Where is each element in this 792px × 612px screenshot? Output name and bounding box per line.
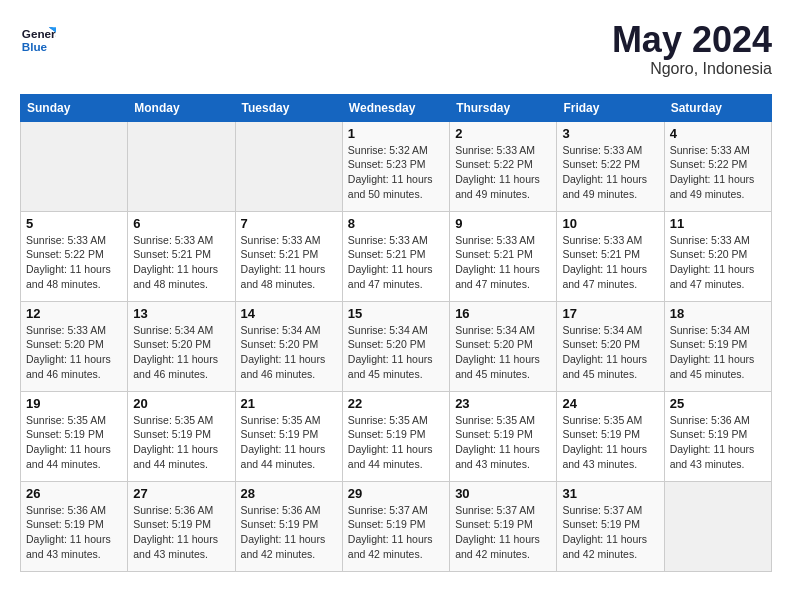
column-header-tuesday: Tuesday xyxy=(235,94,342,121)
day-info: Sunrise: 5:33 AM Sunset: 5:22 PM Dayligh… xyxy=(670,143,766,202)
calendar-cell: 30Sunrise: 5:37 AM Sunset: 5:19 PM Dayli… xyxy=(450,481,557,571)
svg-text:General: General xyxy=(22,27,56,40)
day-info: Sunrise: 5:33 AM Sunset: 5:20 PM Dayligh… xyxy=(26,323,122,382)
calendar-cell: 4Sunrise: 5:33 AM Sunset: 5:22 PM Daylig… xyxy=(664,121,771,211)
day-number: 4 xyxy=(670,126,766,141)
day-info: Sunrise: 5:34 AM Sunset: 5:20 PM Dayligh… xyxy=(455,323,551,382)
day-info: Sunrise: 5:34 AM Sunset: 5:19 PM Dayligh… xyxy=(670,323,766,382)
day-number: 15 xyxy=(348,306,444,321)
calendar-cell: 29Sunrise: 5:37 AM Sunset: 5:19 PM Dayli… xyxy=(342,481,449,571)
calendar-cell: 11Sunrise: 5:33 AM Sunset: 5:20 PM Dayli… xyxy=(664,211,771,301)
calendar-cell xyxy=(128,121,235,211)
day-number: 23 xyxy=(455,396,551,411)
calendar-table: SundayMondayTuesdayWednesdayThursdayFrid… xyxy=(20,94,772,572)
day-info: Sunrise: 5:36 AM Sunset: 5:19 PM Dayligh… xyxy=(133,503,229,562)
column-header-friday: Friday xyxy=(557,94,664,121)
day-number: 13 xyxy=(133,306,229,321)
calendar-week-row: 19Sunrise: 5:35 AM Sunset: 5:19 PM Dayli… xyxy=(21,391,772,481)
day-number: 29 xyxy=(348,486,444,501)
day-number: 16 xyxy=(455,306,551,321)
day-info: Sunrise: 5:37 AM Sunset: 5:19 PM Dayligh… xyxy=(455,503,551,562)
calendar-week-row: 12Sunrise: 5:33 AM Sunset: 5:20 PM Dayli… xyxy=(21,301,772,391)
calendar-header-row: SundayMondayTuesdayWednesdayThursdayFrid… xyxy=(21,94,772,121)
calendar-cell: 16Sunrise: 5:34 AM Sunset: 5:20 PM Dayli… xyxy=(450,301,557,391)
day-info: Sunrise: 5:35 AM Sunset: 5:19 PM Dayligh… xyxy=(241,413,337,472)
day-info: Sunrise: 5:35 AM Sunset: 5:19 PM Dayligh… xyxy=(26,413,122,472)
day-number: 22 xyxy=(348,396,444,411)
day-number: 9 xyxy=(455,216,551,231)
calendar-cell: 2Sunrise: 5:33 AM Sunset: 5:22 PM Daylig… xyxy=(450,121,557,211)
calendar-cell: 12Sunrise: 5:33 AM Sunset: 5:20 PM Dayli… xyxy=(21,301,128,391)
day-number: 31 xyxy=(562,486,658,501)
day-info: Sunrise: 5:33 AM Sunset: 5:21 PM Dayligh… xyxy=(241,233,337,292)
day-info: Sunrise: 5:37 AM Sunset: 5:19 PM Dayligh… xyxy=(562,503,658,562)
day-number: 24 xyxy=(562,396,658,411)
day-number: 27 xyxy=(133,486,229,501)
day-info: Sunrise: 5:36 AM Sunset: 5:19 PM Dayligh… xyxy=(241,503,337,562)
logo: General Blue xyxy=(20,20,56,56)
day-number: 28 xyxy=(241,486,337,501)
day-info: Sunrise: 5:33 AM Sunset: 5:22 PM Dayligh… xyxy=(26,233,122,292)
calendar-cell: 8Sunrise: 5:33 AM Sunset: 5:21 PM Daylig… xyxy=(342,211,449,301)
day-info: Sunrise: 5:36 AM Sunset: 5:19 PM Dayligh… xyxy=(26,503,122,562)
day-info: Sunrise: 5:35 AM Sunset: 5:19 PM Dayligh… xyxy=(348,413,444,472)
day-info: Sunrise: 5:34 AM Sunset: 5:20 PM Dayligh… xyxy=(562,323,658,382)
calendar-cell: 10Sunrise: 5:33 AM Sunset: 5:21 PM Dayli… xyxy=(557,211,664,301)
day-number: 14 xyxy=(241,306,337,321)
column-header-monday: Monday xyxy=(128,94,235,121)
calendar-cell: 7Sunrise: 5:33 AM Sunset: 5:21 PM Daylig… xyxy=(235,211,342,301)
day-number: 11 xyxy=(670,216,766,231)
day-info: Sunrise: 5:33 AM Sunset: 5:21 PM Dayligh… xyxy=(348,233,444,292)
calendar-cell: 15Sunrise: 5:34 AM Sunset: 5:20 PM Dayli… xyxy=(342,301,449,391)
day-info: Sunrise: 5:33 AM Sunset: 5:21 PM Dayligh… xyxy=(133,233,229,292)
calendar-cell: 25Sunrise: 5:36 AM Sunset: 5:19 PM Dayli… xyxy=(664,391,771,481)
day-info: Sunrise: 5:35 AM Sunset: 5:19 PM Dayligh… xyxy=(133,413,229,472)
calendar-cell xyxy=(21,121,128,211)
calendar-cell: 31Sunrise: 5:37 AM Sunset: 5:19 PM Dayli… xyxy=(557,481,664,571)
calendar-cell: 18Sunrise: 5:34 AM Sunset: 5:19 PM Dayli… xyxy=(664,301,771,391)
day-number: 30 xyxy=(455,486,551,501)
month-year-title: May 2024 xyxy=(612,20,772,60)
calendar-cell: 27Sunrise: 5:36 AM Sunset: 5:19 PM Dayli… xyxy=(128,481,235,571)
calendar-week-row: 5Sunrise: 5:33 AM Sunset: 5:22 PM Daylig… xyxy=(21,211,772,301)
calendar-week-row: 26Sunrise: 5:36 AM Sunset: 5:19 PM Dayli… xyxy=(21,481,772,571)
calendar-cell: 17Sunrise: 5:34 AM Sunset: 5:20 PM Dayli… xyxy=(557,301,664,391)
day-info: Sunrise: 5:32 AM Sunset: 5:23 PM Dayligh… xyxy=(348,143,444,202)
calendar-cell: 14Sunrise: 5:34 AM Sunset: 5:20 PM Dayli… xyxy=(235,301,342,391)
location-subtitle: Ngoro, Indonesia xyxy=(612,60,772,78)
day-info: Sunrise: 5:34 AM Sunset: 5:20 PM Dayligh… xyxy=(348,323,444,382)
calendar-cell: 5Sunrise: 5:33 AM Sunset: 5:22 PM Daylig… xyxy=(21,211,128,301)
calendar-cell: 20Sunrise: 5:35 AM Sunset: 5:19 PM Dayli… xyxy=(128,391,235,481)
calendar-cell: 1Sunrise: 5:32 AM Sunset: 5:23 PM Daylig… xyxy=(342,121,449,211)
title-block: May 2024 Ngoro, Indonesia xyxy=(612,20,772,78)
calendar-cell: 22Sunrise: 5:35 AM Sunset: 5:19 PM Dayli… xyxy=(342,391,449,481)
day-info: Sunrise: 5:33 AM Sunset: 5:22 PM Dayligh… xyxy=(562,143,658,202)
day-info: Sunrise: 5:33 AM Sunset: 5:21 PM Dayligh… xyxy=(562,233,658,292)
day-number: 5 xyxy=(26,216,122,231)
calendar-week-row: 1Sunrise: 5:32 AM Sunset: 5:23 PM Daylig… xyxy=(21,121,772,211)
day-info: Sunrise: 5:35 AM Sunset: 5:19 PM Dayligh… xyxy=(562,413,658,472)
page-header: General Blue May 2024 Ngoro, Indonesia xyxy=(20,20,772,78)
column-header-sunday: Sunday xyxy=(21,94,128,121)
day-number: 20 xyxy=(133,396,229,411)
day-info: Sunrise: 5:33 AM Sunset: 5:22 PM Dayligh… xyxy=(455,143,551,202)
day-info: Sunrise: 5:33 AM Sunset: 5:20 PM Dayligh… xyxy=(670,233,766,292)
day-number: 19 xyxy=(26,396,122,411)
svg-text:Blue: Blue xyxy=(22,40,48,53)
calendar-cell xyxy=(664,481,771,571)
day-number: 1 xyxy=(348,126,444,141)
column-header-saturday: Saturday xyxy=(664,94,771,121)
calendar-cell: 19Sunrise: 5:35 AM Sunset: 5:19 PM Dayli… xyxy=(21,391,128,481)
calendar-cell: 9Sunrise: 5:33 AM Sunset: 5:21 PM Daylig… xyxy=(450,211,557,301)
day-info: Sunrise: 5:34 AM Sunset: 5:20 PM Dayligh… xyxy=(133,323,229,382)
column-header-thursday: Thursday xyxy=(450,94,557,121)
day-info: Sunrise: 5:37 AM Sunset: 5:19 PM Dayligh… xyxy=(348,503,444,562)
day-info: Sunrise: 5:33 AM Sunset: 5:21 PM Dayligh… xyxy=(455,233,551,292)
day-number: 7 xyxy=(241,216,337,231)
day-number: 2 xyxy=(455,126,551,141)
day-number: 10 xyxy=(562,216,658,231)
calendar-cell: 3Sunrise: 5:33 AM Sunset: 5:22 PM Daylig… xyxy=(557,121,664,211)
column-header-wednesday: Wednesday xyxy=(342,94,449,121)
day-info: Sunrise: 5:35 AM Sunset: 5:19 PM Dayligh… xyxy=(455,413,551,472)
day-info: Sunrise: 5:36 AM Sunset: 5:19 PM Dayligh… xyxy=(670,413,766,472)
